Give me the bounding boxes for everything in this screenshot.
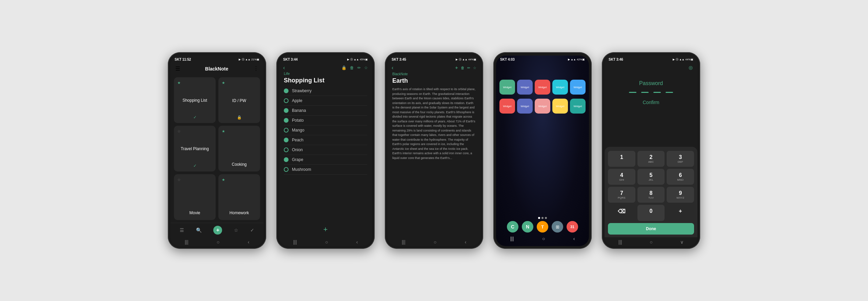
- widget-item[interactable]: Widget: [570, 80, 586, 95]
- widget-item[interactable]: Widget: [499, 99, 515, 114]
- dot: [541, 217, 544, 219]
- key-5[interactable]: 5 JKL: [637, 169, 665, 185]
- key-backspace[interactable]: ⌫: [608, 205, 635, 221]
- edit-icon[interactable]: ✏: [357, 65, 361, 70]
- note-card-shopping[interactable]: ★ Shopping List ✓: [174, 77, 216, 123]
- key-0[interactable]: 0: [637, 205, 665, 221]
- back-nav[interactable]: |||: [293, 239, 297, 245]
- key-plus[interactable]: +: [667, 205, 694, 221]
- key-1[interactable]: 1: [608, 151, 635, 167]
- list-item[interactable]: Peach: [284, 135, 367, 145]
- lock-icon[interactable]: 🔒: [341, 65, 347, 70]
- list-item[interactable]: Strawberry: [284, 86, 367, 96]
- widget-item[interactable]: Widget: [552, 80, 568, 95]
- widget-item[interactable]: Widget: [517, 99, 533, 114]
- home-nav[interactable]: ○: [217, 239, 219, 245]
- fingerprint-icon[interactable]: ◎: [689, 65, 693, 70]
- recents-nav[interactable]: ∨: [680, 239, 684, 245]
- list-item[interactable]: Potato: [284, 116, 367, 125]
- widget-item[interactable]: Widget: [499, 80, 515, 95]
- app-icon-grid[interactable]: ⊞: [552, 221, 563, 233]
- back-button[interactable]: ‹: [283, 65, 285, 71]
- recents-nav[interactable]: ‹: [248, 239, 250, 245]
- delete-icon[interactable]: 🗑: [350, 65, 354, 70]
- widget-row-1: Widget Widget Widget Widget Widget: [496, 63, 589, 97]
- app-icon-c[interactable]: C: [507, 221, 518, 233]
- recents-nav[interactable]: ‹: [356, 239, 358, 245]
- widget-item[interactable]: Widget: [570, 99, 586, 114]
- key-sub: [637, 214, 665, 217]
- app-icon-n[interactable]: N: [522, 221, 533, 233]
- back-nav[interactable]: |||: [618, 239, 622, 245]
- more-icon[interactable]: ⋮: [253, 65, 259, 72]
- back-button[interactable]: ‹: [392, 65, 393, 71]
- star-icon: ★: [177, 81, 181, 85]
- key-sub: [667, 214, 694, 217]
- key-sub: GHI: [608, 178, 635, 181]
- home-nav[interactable]: ○: [325, 239, 328, 245]
- delete-icon[interactable]: 🗑: [461, 66, 465, 70]
- done-icon[interactable]: ✓: [250, 227, 254, 233]
- key-4[interactable]: 4 GHI: [608, 169, 635, 185]
- note-card-idpw[interactable]: ★ ID / PW 🔒: [218, 77, 260, 123]
- add-button[interactable]: +: [213, 226, 222, 235]
- lock-icon: 🔒: [222, 115, 257, 120]
- list-item[interactable]: Grape: [284, 155, 367, 165]
- fingerprint-area: ◎: [605, 63, 697, 70]
- status-icons-3: ▶ ⓢ ▲▲ 44%▣: [456, 58, 476, 61]
- key-6[interactable]: 6 MNO: [667, 169, 694, 185]
- list-item[interactable]: Banana: [284, 106, 367, 116]
- checked-circle: [284, 157, 289, 162]
- share-icon[interactable]: ✈: [455, 66, 458, 70]
- dot-active: [538, 217, 540, 219]
- note-card-cooking[interactable]: ★ Cooking: [218, 126, 260, 172]
- favorites-icon[interactable]: ☆: [234, 227, 238, 233]
- key-number: 5: [637, 172, 665, 178]
- confirm-label: Confirm: [605, 100, 697, 108]
- back-nav[interactable]: |||: [510, 236, 514, 241]
- article-title: Earth: [388, 77, 480, 87]
- star-icon[interactable]: ☆: [473, 66, 476, 70]
- add-icon[interactable]: +: [323, 225, 328, 234]
- card-title: Homework: [222, 208, 257, 217]
- recents-nav[interactable]: ‹: [465, 239, 467, 245]
- widget-item[interactable]: Widget: [552, 99, 568, 114]
- star-icon[interactable]: ☆: [364, 65, 368, 70]
- recents-nav[interactable]: ‹: [573, 236, 575, 241]
- widget-item[interactable]: Widget: [535, 80, 550, 95]
- key-2[interactable]: 2 ABC: [637, 151, 665, 167]
- note-card-travel[interactable]: ☆ Travel Planning ✓: [174, 126, 216, 172]
- app-icon-t[interactable]: T: [537, 221, 548, 233]
- item-text: Mushroom: [292, 167, 311, 172]
- status-bar-5: SKT 3:46 ▶ ⓢ ▲▲ 44%▣: [605, 56, 697, 63]
- app-icon-calendar[interactable]: 31: [567, 221, 578, 233]
- password-dots: [605, 92, 697, 93]
- item-text: Mango: [292, 128, 304, 133]
- spacer: [605, 108, 697, 147]
- key-3[interactable]: 3 DEF: [667, 151, 694, 167]
- note-card-homework[interactable]: ★ Homework: [218, 174, 260, 220]
- list-item[interactable]: Mushroom: [284, 165, 367, 175]
- key-8[interactable]: 8 TUV: [637, 187, 665, 203]
- list-item[interactable]: Apple: [284, 96, 367, 106]
- menu-icon[interactable]: ☰: [175, 65, 180, 72]
- home-nav[interactable]: ○: [650, 239, 652, 245]
- search-icon[interactable]: 🔍: [196, 227, 202, 233]
- widget-item[interactable]: Widget: [517, 80, 533, 95]
- item-text: Peach: [292, 138, 303, 142]
- note-card-movie[interactable]: ☆ Movie: [174, 174, 216, 220]
- list-icon[interactable]: ☰: [180, 227, 184, 233]
- home-nav[interactable]: ○: [434, 239, 436, 245]
- home-nav[interactable]: ○: [542, 236, 545, 241]
- add-item-area[interactable]: +: [279, 222, 372, 237]
- list-item[interactable]: Mango: [284, 125, 367, 135]
- key-7[interactable]: 7 PQRS: [608, 187, 635, 203]
- back-nav[interactable]: |||: [185, 239, 189, 245]
- widget-item[interactable]: Widget: [535, 99, 550, 114]
- key-9[interactable]: 9 WXYZ: [667, 187, 694, 203]
- key-number: 4: [608, 172, 635, 178]
- list-item[interactable]: Onion: [284, 145, 367, 155]
- key-done[interactable]: Done: [608, 223, 694, 235]
- back-nav[interactable]: |||: [402, 239, 406, 245]
- edit-icon[interactable]: ✏: [467, 66, 470, 70]
